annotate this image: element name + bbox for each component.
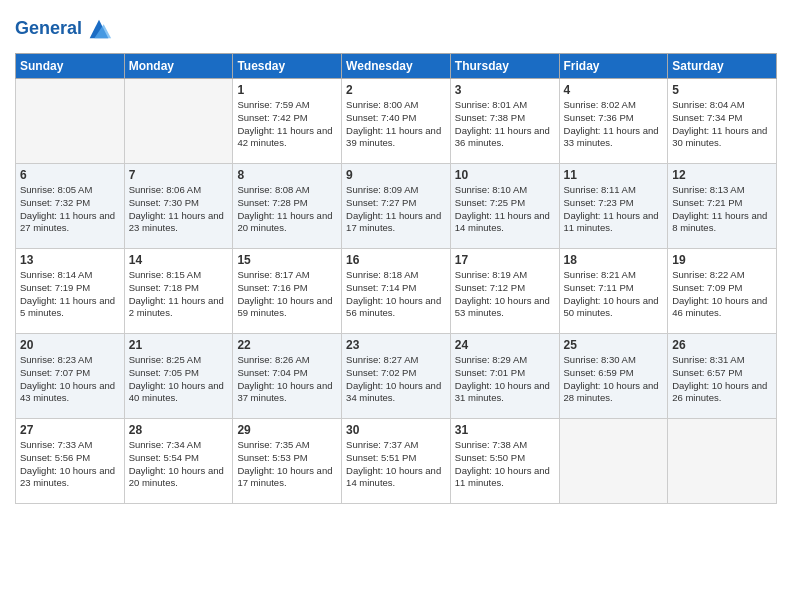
calendar-cell: 28Sunrise: 7:34 AM Sunset: 5:54 PM Dayli… — [124, 419, 233, 504]
calendar-cell: 17Sunrise: 8:19 AM Sunset: 7:12 PM Dayli… — [450, 249, 559, 334]
day-number: 23 — [346, 338, 446, 352]
calendar-cell: 11Sunrise: 8:11 AM Sunset: 7:23 PM Dayli… — [559, 164, 668, 249]
day-info: Sunrise: 8:08 AM Sunset: 7:28 PM Dayligh… — [237, 184, 337, 235]
day-number: 2 — [346, 83, 446, 97]
calendar-cell: 31Sunrise: 7:38 AM Sunset: 5:50 PM Dayli… — [450, 419, 559, 504]
calendar-cell — [559, 419, 668, 504]
day-info: Sunrise: 7:33 AM Sunset: 5:56 PM Dayligh… — [20, 439, 120, 490]
day-info: Sunrise: 8:11 AM Sunset: 7:23 PM Dayligh… — [564, 184, 664, 235]
day-info: Sunrise: 8:02 AM Sunset: 7:36 PM Dayligh… — [564, 99, 664, 150]
day-info: Sunrise: 8:29 AM Sunset: 7:01 PM Dayligh… — [455, 354, 555, 405]
day-info: Sunrise: 8:14 AM Sunset: 7:19 PM Dayligh… — [20, 269, 120, 320]
day-number: 18 — [564, 253, 664, 267]
day-info: Sunrise: 8:30 AM Sunset: 6:59 PM Dayligh… — [564, 354, 664, 405]
calendar-cell: 12Sunrise: 8:13 AM Sunset: 7:21 PM Dayli… — [668, 164, 777, 249]
logo-text: General — [15, 19, 82, 39]
weekday-header-row: SundayMondayTuesdayWednesdayThursdayFrid… — [16, 54, 777, 79]
day-info: Sunrise: 8:09 AM Sunset: 7:27 PM Dayligh… — [346, 184, 446, 235]
calendar-cell — [124, 79, 233, 164]
day-number: 5 — [672, 83, 772, 97]
calendar-cell: 21Sunrise: 8:25 AM Sunset: 7:05 PM Dayli… — [124, 334, 233, 419]
day-number: 31 — [455, 423, 555, 437]
calendar-cell: 20Sunrise: 8:23 AM Sunset: 7:07 PM Dayli… — [16, 334, 125, 419]
day-number: 12 — [672, 168, 772, 182]
day-number: 29 — [237, 423, 337, 437]
calendar-cell: 15Sunrise: 8:17 AM Sunset: 7:16 PM Dayli… — [233, 249, 342, 334]
calendar-cell: 4Sunrise: 8:02 AM Sunset: 7:36 PM Daylig… — [559, 79, 668, 164]
day-info: Sunrise: 7:38 AM Sunset: 5:50 PM Dayligh… — [455, 439, 555, 490]
calendar-cell: 29Sunrise: 7:35 AM Sunset: 5:53 PM Dayli… — [233, 419, 342, 504]
day-number: 14 — [129, 253, 229, 267]
calendar-cell: 30Sunrise: 7:37 AM Sunset: 5:51 PM Dayli… — [342, 419, 451, 504]
day-info: Sunrise: 7:59 AM Sunset: 7:42 PM Dayligh… — [237, 99, 337, 150]
weekday-header: Thursday — [450, 54, 559, 79]
day-number: 24 — [455, 338, 555, 352]
day-info: Sunrise: 8:26 AM Sunset: 7:04 PM Dayligh… — [237, 354, 337, 405]
day-number: 3 — [455, 83, 555, 97]
weekday-header: Sunday — [16, 54, 125, 79]
day-number: 9 — [346, 168, 446, 182]
day-number: 22 — [237, 338, 337, 352]
calendar-cell: 2Sunrise: 8:00 AM Sunset: 7:40 PM Daylig… — [342, 79, 451, 164]
day-number: 26 — [672, 338, 772, 352]
weekday-header: Friday — [559, 54, 668, 79]
day-info: Sunrise: 8:13 AM Sunset: 7:21 PM Dayligh… — [672, 184, 772, 235]
calendar-week-row: 1Sunrise: 7:59 AM Sunset: 7:42 PM Daylig… — [16, 79, 777, 164]
calendar-container: General SundayMondayTuesdayWednesdayThur… — [0, 0, 792, 519]
day-number: 25 — [564, 338, 664, 352]
calendar-cell: 1Sunrise: 7:59 AM Sunset: 7:42 PM Daylig… — [233, 79, 342, 164]
calendar-cell: 3Sunrise: 8:01 AM Sunset: 7:38 PM Daylig… — [450, 79, 559, 164]
day-info: Sunrise: 8:01 AM Sunset: 7:38 PM Dayligh… — [455, 99, 555, 150]
calendar-cell: 16Sunrise: 8:18 AM Sunset: 7:14 PM Dayli… — [342, 249, 451, 334]
day-number: 27 — [20, 423, 120, 437]
day-info: Sunrise: 8:18 AM Sunset: 7:14 PM Dayligh… — [346, 269, 446, 320]
day-info: Sunrise: 8:10 AM Sunset: 7:25 PM Dayligh… — [455, 184, 555, 235]
day-info: Sunrise: 8:00 AM Sunset: 7:40 PM Dayligh… — [346, 99, 446, 150]
day-number: 4 — [564, 83, 664, 97]
day-info: Sunrise: 8:22 AM Sunset: 7:09 PM Dayligh… — [672, 269, 772, 320]
calendar-cell: 5Sunrise: 8:04 AM Sunset: 7:34 PM Daylig… — [668, 79, 777, 164]
day-number: 7 — [129, 168, 229, 182]
calendar-cell — [16, 79, 125, 164]
calendar-cell: 14Sunrise: 8:15 AM Sunset: 7:18 PM Dayli… — [124, 249, 233, 334]
day-number: 10 — [455, 168, 555, 182]
day-number: 15 — [237, 253, 337, 267]
day-info: Sunrise: 7:37 AM Sunset: 5:51 PM Dayligh… — [346, 439, 446, 490]
calendar-cell: 9Sunrise: 8:09 AM Sunset: 7:27 PM Daylig… — [342, 164, 451, 249]
day-info: Sunrise: 7:34 AM Sunset: 5:54 PM Dayligh… — [129, 439, 229, 490]
calendar-week-row: 13Sunrise: 8:14 AM Sunset: 7:19 PM Dayli… — [16, 249, 777, 334]
calendar-cell: 18Sunrise: 8:21 AM Sunset: 7:11 PM Dayli… — [559, 249, 668, 334]
calendar-cell: 24Sunrise: 8:29 AM Sunset: 7:01 PM Dayli… — [450, 334, 559, 419]
calendar-cell: 10Sunrise: 8:10 AM Sunset: 7:25 PM Dayli… — [450, 164, 559, 249]
logo-icon — [85, 15, 113, 43]
day-number: 8 — [237, 168, 337, 182]
day-info: Sunrise: 8:15 AM Sunset: 7:18 PM Dayligh… — [129, 269, 229, 320]
calendar-cell: 13Sunrise: 8:14 AM Sunset: 7:19 PM Dayli… — [16, 249, 125, 334]
calendar-cell: 25Sunrise: 8:30 AM Sunset: 6:59 PM Dayli… — [559, 334, 668, 419]
calendar-cell: 19Sunrise: 8:22 AM Sunset: 7:09 PM Dayli… — [668, 249, 777, 334]
day-number: 20 — [20, 338, 120, 352]
day-number: 6 — [20, 168, 120, 182]
weekday-header: Wednesday — [342, 54, 451, 79]
day-number: 17 — [455, 253, 555, 267]
calendar-cell: 22Sunrise: 8:26 AM Sunset: 7:04 PM Dayli… — [233, 334, 342, 419]
day-number: 30 — [346, 423, 446, 437]
calendar-week-row: 20Sunrise: 8:23 AM Sunset: 7:07 PM Dayli… — [16, 334, 777, 419]
day-info: Sunrise: 8:31 AM Sunset: 6:57 PM Dayligh… — [672, 354, 772, 405]
calendar-cell: 27Sunrise: 7:33 AM Sunset: 5:56 PM Dayli… — [16, 419, 125, 504]
day-number: 21 — [129, 338, 229, 352]
calendar-cell: 6Sunrise: 8:05 AM Sunset: 7:32 PM Daylig… — [16, 164, 125, 249]
day-info: Sunrise: 8:25 AM Sunset: 7:05 PM Dayligh… — [129, 354, 229, 405]
calendar-cell: 23Sunrise: 8:27 AM Sunset: 7:02 PM Dayli… — [342, 334, 451, 419]
day-info: Sunrise: 8:05 AM Sunset: 7:32 PM Dayligh… — [20, 184, 120, 235]
day-number: 13 — [20, 253, 120, 267]
calendar-cell: 7Sunrise: 8:06 AM Sunset: 7:30 PM Daylig… — [124, 164, 233, 249]
weekday-header: Monday — [124, 54, 233, 79]
day-info: Sunrise: 8:21 AM Sunset: 7:11 PM Dayligh… — [564, 269, 664, 320]
day-number: 1 — [237, 83, 337, 97]
calendar-table: SundayMondayTuesdayWednesdayThursdayFrid… — [15, 53, 777, 504]
day-number: 11 — [564, 168, 664, 182]
day-info: Sunrise: 8:19 AM Sunset: 7:12 PM Dayligh… — [455, 269, 555, 320]
calendar-week-row: 6Sunrise: 8:05 AM Sunset: 7:32 PM Daylig… — [16, 164, 777, 249]
day-info: Sunrise: 7:35 AM Sunset: 5:53 PM Dayligh… — [237, 439, 337, 490]
